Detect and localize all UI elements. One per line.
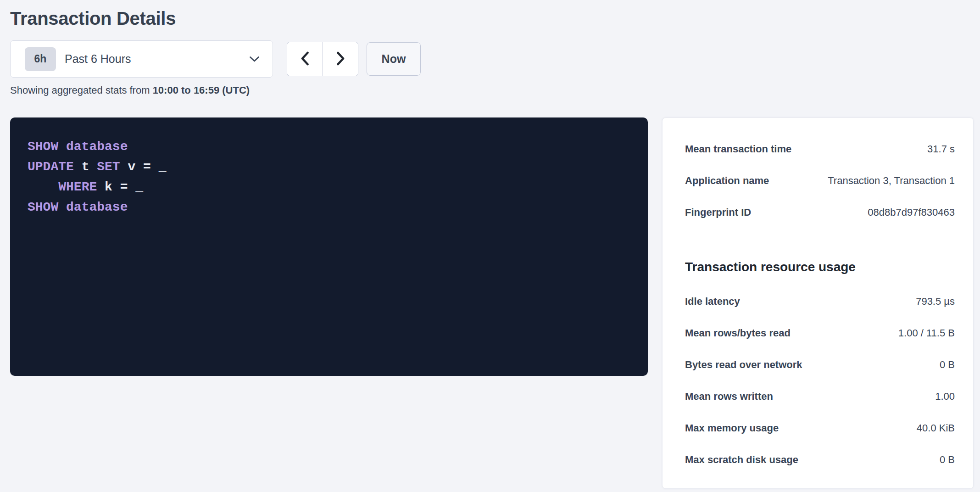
stat-label: Fingerprint ID [685,205,760,219]
next-time-button[interactable] [323,42,358,76]
stat-value: 1.00 / 11.5 B [898,326,955,340]
stat-value: 0 B [940,358,955,372]
stat-row: Mean transaction time 31.7 s [685,142,955,156]
stat-value: 793.5 µs [916,294,955,308]
sql-line: SHOW database [28,197,630,218]
stat-label: Idle latency [685,294,749,308]
stat-value: 0 B [940,453,955,467]
sql-token: WHERE [58,180,97,194]
transaction-details-page: Transaction Details 6h Past 6 Hours [0,0,980,489]
chevron-down-icon [249,56,260,62]
sql-token: t [74,160,97,174]
aggregation-note: Showing aggregated stats from 10:00 to 1… [10,84,974,96]
stat-label: Application name [685,173,778,188]
stat-label: Mean transaction time [685,142,801,156]
interval-badge: 6h [25,47,56,71]
sql-token: SHOW database [28,200,128,214]
main-content: SHOW database UPDATE t SET v = _ WHERE k… [10,117,974,489]
now-button[interactable]: Now [367,42,421,76]
stat-value: 08d8b7d97f830463 [868,205,955,219]
time-controls: 6h Past 6 Hours [10,40,974,78]
prev-time-button[interactable] [287,42,323,76]
chevron-left-icon [300,51,310,67]
stat-value: 1.00 [935,389,955,403]
transaction-statements-code: SHOW database UPDATE t SET v = _ WHERE k… [10,117,648,376]
aggregation-note-range: 10:00 to 16:59 (UTC) [153,84,250,96]
chevron-right-icon [336,51,345,67]
stat-value: 40.0 KiB [917,421,955,435]
sql-token [28,180,58,194]
stat-row: Mean rows written 1.00 [685,389,955,403]
sql-token: k = _ [97,180,143,194]
card-divider [685,237,955,237]
sql-line: WHERE k = _ [28,177,630,197]
stat-row: Fingerprint ID 08d8b7d97f830463 [685,205,955,219]
stat-row: Max memory usage 40.0 KiB [685,421,955,435]
stat-label: Max memory usage [685,421,788,435]
sql-token: UPDATE [28,160,74,174]
stat-value: Transaction 3, Transaction 1 [828,173,955,188]
stat-label: Mean rows/bytes read [685,326,800,340]
sql-line: UPDATE t SET v = _ [28,157,630,177]
time-nav-group [287,42,358,76]
sql-line: SHOW database [28,137,630,157]
stat-row: Application name Transaction 3, Transact… [685,173,955,188]
sql-token: SET [97,160,120,174]
transaction-details-card: Mean transaction time 31.7 s Application… [662,117,974,489]
aggregation-note-prefix: Showing aggregated stats from [10,84,153,96]
resource-usage-heading: Transaction resource usage [685,259,955,275]
page-title: Transaction Details [10,7,974,29]
sql-token: v = _ [120,160,167,174]
sql-token: SHOW database [28,140,128,154]
stat-label: Max scratch disk usage [685,453,807,467]
stat-label: Mean rows written [685,389,782,403]
stat-row: Mean rows/bytes read 1.00 / 11.5 B [685,326,955,340]
time-range-label: Past 6 Hours [65,52,131,66]
time-range-select[interactable]: 6h Past 6 Hours [10,40,273,78]
stat-label: Bytes read over network [685,358,812,372]
stat-value: 31.7 s [927,142,955,156]
stat-row: Bytes read over network 0 B [685,358,955,372]
stat-row: Idle latency 793.5 µs [685,294,955,308]
stat-row: Max scratch disk usage 0 B [685,453,955,467]
